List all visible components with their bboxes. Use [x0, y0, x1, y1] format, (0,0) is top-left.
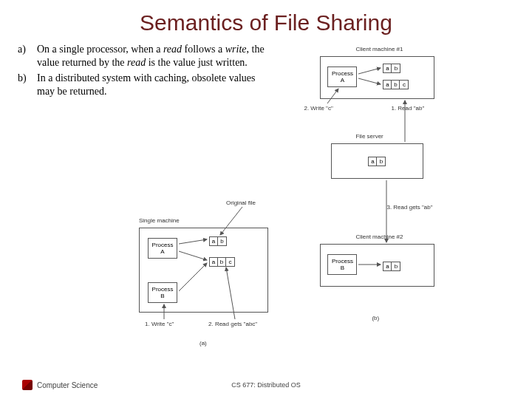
readab1-label: 1. Read "ab" — [391, 105, 424, 112]
footer: Computer Science CS 677: Distributed OS — [0, 380, 532, 390]
caption-a: (a) — [200, 340, 207, 347]
readab2-label: 3. Read gets "ab" — [386, 204, 432, 211]
item-text: On a single processor, when a read follo… — [37, 43, 276, 69]
file-abc-a: abc — [209, 257, 235, 267]
original-file-label: Original file — [226, 200, 256, 206]
file-ab-a: ab — [209, 236, 227, 246]
right-column: Client machine #1 Process A ab abc 2. Wr… — [276, 43, 514, 346]
writec-label: 2. Write "c" — [304, 105, 332, 112]
diagram-a: Original file Single machine Process A P… — [132, 200, 301, 355]
client1-label: Client machine #1 — [355, 46, 403, 52]
item-marker: b) — [18, 72, 37, 98]
item-text: In a distributed system with caching, ob… — [37, 72, 276, 98]
process-a-box-a: Process A — [148, 238, 177, 259]
client2-label: Client machine #2 — [355, 233, 403, 240]
footer-center: CS 677: Distributed OS — [0, 381, 532, 389]
process-b-box-a: Process B — [148, 282, 177, 303]
diagram-b: Client machine #1 Process A ab abc 2. Wr… — [276, 43, 514, 346]
file-ab-server: ab — [368, 157, 386, 166]
process-b-box: Process B — [327, 254, 357, 275]
list-item: b) In a distributed system with caching,… — [18, 72, 276, 98]
file-abc: abc — [383, 80, 409, 89]
caption-b: (b) — [372, 315, 379, 321]
item-marker: a) — [18, 43, 37, 69]
page-title: Semantics of File Sharing — [0, 0, 532, 43]
fileserver-label: File server — [355, 133, 383, 140]
list-item: a) On a single processor, when a read fo… — [18, 43, 276, 69]
file-ab: ab — [383, 64, 400, 73]
write-label-a: 1. Write "c" — [145, 321, 174, 327]
read-label-a: 2. Read gets "abc" — [208, 321, 257, 327]
single-machine-label: Single machine — [139, 217, 180, 224]
file-ab-client2: ab — [383, 262, 400, 271]
process-a-box: Process A — [327, 66, 357, 87]
